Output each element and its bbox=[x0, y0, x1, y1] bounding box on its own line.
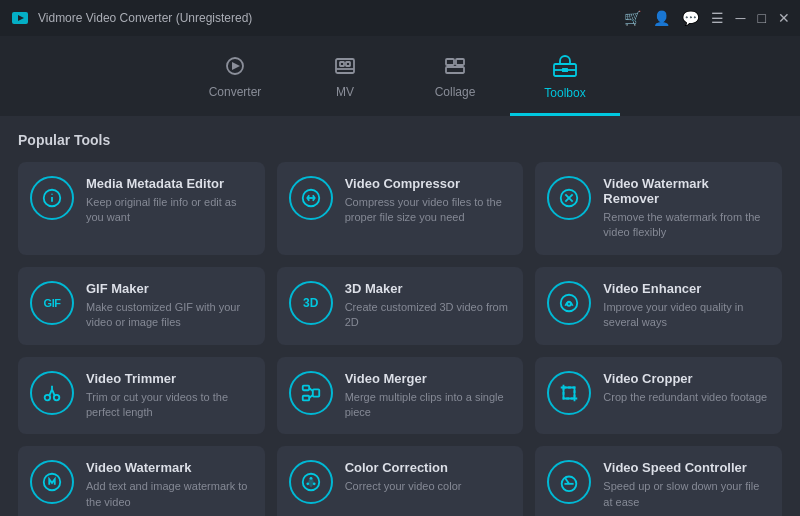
tool-card-gif-maker[interactable]: GIFGIF MakerMake customized GIF with you… bbox=[18, 267, 265, 345]
video-enhancer-text: Video EnhancerImprove your video quality… bbox=[603, 281, 768, 331]
video-speed-controller-text: Video Speed ControllerSpeed up or slow d… bbox=[603, 460, 768, 510]
video-cropper-desc: Crop the redundant video footage bbox=[603, 390, 768, 405]
video-trimmer-desc: Trim or cut your videos to the perfect l… bbox=[86, 390, 251, 421]
video-watermark-icon bbox=[30, 460, 74, 504]
svg-marker-3 bbox=[232, 62, 240, 70]
titlebar: Vidmore Video Converter (Unregistered) 🛒… bbox=[0, 0, 800, 36]
svg-rect-29 bbox=[302, 385, 308, 390]
section-title: Popular Tools bbox=[18, 132, 782, 148]
svg-point-37 bbox=[309, 477, 312, 480]
tool-card-video-merger[interactable]: Video MergerMerge multiple clips into a … bbox=[277, 357, 524, 435]
tab-converter-label: Converter bbox=[209, 85, 262, 99]
maximize-icon[interactable]: □ bbox=[758, 10, 766, 26]
tool-card-color-correction[interactable]: Color CorrectionCorrect your video color bbox=[277, 446, 524, 516]
video-trimmer-text: Video TrimmerTrim or cut your videos to … bbox=[86, 371, 251, 421]
tool-card-video-watermark[interactable]: Video WatermarkAdd text and image waterm… bbox=[18, 446, 265, 516]
tab-collage-label: Collage bbox=[435, 85, 476, 99]
tab-mv[interactable]: MV bbox=[290, 44, 400, 116]
color-correction-desc: Correct your video color bbox=[345, 479, 510, 494]
3d-maker-desc: Create customized 3D video from 2D bbox=[345, 300, 510, 331]
minimize-icon[interactable]: ─ bbox=[736, 10, 746, 26]
tab-converter[interactable]: Converter bbox=[180, 44, 290, 116]
svg-point-24 bbox=[45, 394, 51, 400]
tool-card-video-cropper[interactable]: Video CropperCrop the redundant video fo… bbox=[535, 357, 782, 435]
video-watermark-remover-text: Video Watermark RemoverRemove the waterm… bbox=[603, 176, 768, 241]
tool-card-video-compressor[interactable]: Video CompressorCompress your video file… bbox=[277, 162, 524, 255]
3d-maker-name: 3D Maker bbox=[345, 281, 510, 296]
video-enhancer-name: Video Enhancer bbox=[603, 281, 768, 296]
close-icon[interactable]: ✕ bbox=[778, 10, 790, 26]
svg-point-38 bbox=[312, 483, 315, 486]
video-watermark-remover-name: Video Watermark Remover bbox=[603, 176, 768, 206]
video-compressor-desc: Compress your video files to the proper … bbox=[345, 195, 510, 226]
video-enhancer-desc: Improve your video quality in several wa… bbox=[603, 300, 768, 331]
video-enhancer-icon bbox=[547, 281, 591, 325]
titlebar-left: Vidmore Video Converter (Unregistered) bbox=[10, 8, 252, 28]
video-speed-controller-desc: Speed up or slow down your file at ease bbox=[603, 479, 768, 510]
media-metadata-desc: Keep original file info or edit as you w… bbox=[86, 195, 251, 226]
svg-point-16 bbox=[51, 194, 52, 195]
tool-card-video-speed-controller[interactable]: Video Speed ControllerSpeed up or slow d… bbox=[535, 446, 782, 516]
titlebar-controls: 🛒 👤 💬 ☰ ─ □ ✕ bbox=[624, 10, 790, 26]
tab-mv-label: MV bbox=[336, 85, 354, 99]
tab-toolbox-label: Toolbox bbox=[544, 86, 585, 100]
video-compressor-icon bbox=[289, 176, 333, 220]
tool-card-video-trimmer[interactable]: Video TrimmerTrim or cut your videos to … bbox=[18, 357, 265, 435]
svg-rect-8 bbox=[446, 59, 454, 65]
gif-maker-desc: Make customized GIF with your video or i… bbox=[86, 300, 251, 331]
video-cropper-name: Video Cropper bbox=[603, 371, 768, 386]
video-merger-desc: Merge multiple clips into a single piece bbox=[345, 390, 510, 421]
tool-card-video-watermark-remover[interactable]: Video Watermark RemoverRemove the waterm… bbox=[535, 162, 782, 255]
svg-line-33 bbox=[309, 394, 313, 397]
svg-point-23 bbox=[567, 302, 571, 306]
video-compressor-name: Video Compressor bbox=[345, 176, 510, 191]
tool-card-media-metadata[interactable]: Media Metadata EditorKeep original file … bbox=[18, 162, 265, 255]
video-trimmer-name: Video Trimmer bbox=[86, 371, 251, 386]
collage-icon bbox=[442, 55, 468, 81]
video-trimmer-icon bbox=[30, 371, 74, 415]
svg-rect-30 bbox=[302, 395, 308, 400]
svg-point-39 bbox=[306, 483, 309, 486]
video-watermark-text: Video WatermarkAdd text and image waterm… bbox=[86, 460, 251, 510]
svg-rect-34 bbox=[564, 387, 575, 398]
svg-point-25 bbox=[54, 394, 60, 400]
media-metadata-name: Media Metadata Editor bbox=[86, 176, 251, 191]
app-icon bbox=[10, 8, 30, 28]
video-speed-controller-name: Video Speed Controller bbox=[603, 460, 768, 475]
svg-rect-31 bbox=[312, 389, 318, 396]
chat-icon[interactable]: 💬 bbox=[682, 10, 699, 26]
gif-maker-text: GIF MakerMake customized GIF with your v… bbox=[86, 281, 251, 331]
3d-maker-text: 3D MakerCreate customized 3D video from … bbox=[345, 281, 510, 331]
video-watermark-remover-desc: Remove the watermark from the video flex… bbox=[603, 210, 768, 241]
tab-toolbox[interactable]: Toolbox bbox=[510, 44, 620, 116]
video-speed-controller-icon bbox=[547, 460, 591, 504]
video-cropper-icon bbox=[547, 371, 591, 415]
video-compressor-text: Video CompressorCompress your video file… bbox=[345, 176, 510, 226]
svg-rect-4 bbox=[336, 59, 354, 73]
video-watermark-remover-icon bbox=[547, 176, 591, 220]
svg-rect-5 bbox=[340, 62, 344, 66]
video-merger-text: Video MergerMerge multiple clips into a … bbox=[345, 371, 510, 421]
video-merger-name: Video Merger bbox=[345, 371, 510, 386]
color-correction-icon bbox=[289, 460, 333, 504]
svg-rect-10 bbox=[446, 67, 464, 73]
video-merger-icon bbox=[289, 371, 333, 415]
3d-maker-icon: 3D bbox=[289, 281, 333, 325]
svg-line-32 bbox=[309, 388, 313, 391]
cart-icon[interactable]: 🛒 bbox=[624, 10, 641, 26]
converter-icon bbox=[222, 55, 248, 81]
nav-bar: Converter MV Collage bbox=[0, 36, 800, 116]
tool-card-video-enhancer[interactable]: Video EnhancerImprove your video quality… bbox=[535, 267, 782, 345]
mv-icon bbox=[332, 55, 358, 81]
app-title: Vidmore Video Converter (Unregistered) bbox=[38, 11, 252, 25]
video-watermark-desc: Add text and image watermark to the vide… bbox=[86, 479, 251, 510]
svg-rect-13 bbox=[562, 68, 568, 72]
tool-card-3d-maker[interactable]: 3D3D MakerCreate customized 3D video fro… bbox=[277, 267, 524, 345]
tab-collage[interactable]: Collage bbox=[400, 44, 510, 116]
gif-maker-name: GIF Maker bbox=[86, 281, 251, 296]
video-watermark-name: Video Watermark bbox=[86, 460, 251, 475]
media-metadata-text: Media Metadata EditorKeep original file … bbox=[86, 176, 251, 226]
menu-icon[interactable]: ☰ bbox=[711, 10, 724, 26]
video-cropper-text: Video CropperCrop the redundant video fo… bbox=[603, 371, 768, 405]
user-icon[interactable]: 👤 bbox=[653, 10, 670, 26]
